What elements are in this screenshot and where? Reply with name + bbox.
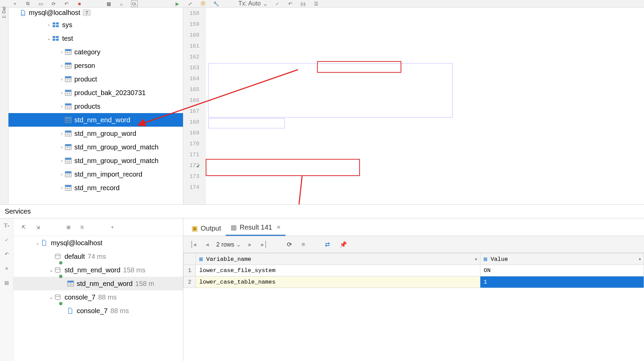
svg-rect-5 [56,36,59,38]
revert-icon[interactable]: ↶ [287,0,294,7]
db-connection-node[interactable]: mysql@localhost 7 [8,7,183,18]
svg-rect-4 [53,36,55,38]
expand-icon-2[interactable]: ⇲ [36,224,40,230]
table-node[interactable]: ›product [8,72,183,86]
annotation-show-stmt [206,159,360,176]
svg-rect-1 [56,22,59,24]
tab-output[interactable]: ▣ Output [187,221,226,236]
editor-gutter: 1581591601611621631641651661671681691701… [183,7,206,204]
svg-point-82 [55,295,60,296]
services-item[interactable]: std_nm_end_word158 m [14,277,183,290]
compare-icon[interactable]: ⇄ [323,239,332,250]
copy-icon[interactable]: ⧉ [24,0,31,7]
svg-rect-55 [65,144,71,146]
refresh-icon[interactable]: ⟳ [50,0,57,7]
column-header[interactable]: ▦ Value◆ [480,253,644,265]
svg-rect-19 [65,63,71,65]
underline-icon[interactable]: ⎁ [118,0,125,7]
svg-rect-7 [56,39,59,41]
result-grid[interactable]: ▦ Variable_name◆▦ Value◆1lower_case_file… [183,253,644,288]
db-connection-label: mysql@localhost [29,9,80,17]
grid3-icon[interactable]: ⊞ [67,224,71,230]
datasource-icon [41,239,48,246]
row-count[interactable]: 2 rows ⌄ [216,241,241,248]
schema-node[interactable]: ⌄test [8,32,183,45]
plus-icon[interactable]: ＋ [12,0,18,7]
run-icon[interactable]: ▶ [174,0,181,7]
services-item[interactable]: ⌄std_nm_end_word158 ms [14,263,183,277]
editor-code[interactable]: -- 结尾词表 create table if not exists STD_N… [206,7,644,204]
rollback-icon[interactable]: ↶ [63,0,70,7]
side-tab-bar[interactable]: 1: Dat [0,7,8,204]
row-number: 2 [184,276,196,288]
cell-variable-name[interactable]: lower_case_table_names [196,276,480,288]
services-connection-node[interactable]: ⌄ mysql@localhost [14,236,183,250]
cell-value[interactable]: 1 [480,276,644,288]
services-tree[interactable]: ⌄ mysql@localhost default74 ms⌄std_nm_en… [14,236,183,361]
table-node[interactable]: ›std_nm_group_word_match [8,140,183,154]
undo-icon[interactable]: ↶ [3,250,11,258]
svg-rect-37 [65,104,71,105]
commit-check-icon[interactable]: ✓ [3,236,11,243]
filter-icon[interactable]: ⎘ [81,224,84,230]
services-panel: Services Tx ✓ ↶ ■ ▤ ⇱ ⇲ ⊞ ⎘ ＋ ⌄ m [0,204,644,361]
stop-square-icon[interactable]: ■ [3,265,11,272]
services-side-toolbar: Tx ✓ ↶ ■ ▤ [0,218,14,361]
cell-variable-name[interactable]: lower_case_file_system [196,265,480,276]
table-node[interactable]: ›person [8,59,183,72]
main-toolbar: ＋ ⧉ ▭ ⟳ ↶ ■ ▦ ⎁ QL ▶ ⤢ ⓟ 🔧 Tx: Auto⌄ ✓ ↶… [0,0,644,7]
svg-point-77 [55,268,60,269]
table-node[interactable]: ›products [8,100,183,113]
svg-point-76 [55,254,60,256]
close-icon[interactable]: ✕ [275,224,281,231]
prev-page-icon[interactable]: ◂ [204,239,211,250]
add-icon[interactable]: ＋ [110,224,115,230]
svg-rect-43 [65,117,71,119]
column-header[interactable]: ▦ Variable_name◆ [196,253,480,265]
svg-rect-0 [53,22,55,24]
datasource-icon [20,10,27,16]
collapse-icon[interactable]: ⇱ [22,224,26,230]
services-title: Services [0,204,644,218]
stop-icon[interactable]: ■ [76,0,83,7]
grid-icon[interactable]: ▦ [105,0,112,7]
database-tree[interactable]: mysql@localhost 7 ›sys⌄test›category›per… [8,7,183,204]
table-node[interactable]: ›std_nm_group_word_match [8,154,183,167]
table-node[interactable]: ›std_nm_import_record [8,167,183,181]
svg-rect-31 [65,90,71,92]
first-page-icon[interactable]: ⎮◂ [188,239,198,250]
plan-icon[interactable]: ⓟ [200,0,206,7]
commit-icon[interactable]: ✓ [274,0,281,7]
tx-mode[interactable]: Tx: Auto⌄ [238,0,268,7]
cancel-icon[interactable]: ■ [299,239,307,250]
svg-rect-61 [65,158,71,160]
table-node[interactable]: ›std_nm_end_word [8,113,183,127]
svg-rect-13 [65,49,71,51]
table-node[interactable]: ›std_nm_group_word [8,127,183,140]
tx-icon[interactable]: Tx [3,222,11,229]
pause-icon[interactable]: ▮▮ [300,0,307,7]
sql-editor[interactable]: 1581591601611621631641651661671681691701… [183,7,644,204]
expand-icon[interactable]: ⤢ [187,0,194,7]
wrench-icon[interactable]: 🔧 [213,0,219,7]
table-node[interactable]: ›product_bak_20230731 [8,86,183,100]
schema-node[interactable]: ›sys [8,18,183,32]
pin-icon[interactable]: 📌 [337,239,349,250]
output-icon: ▣ [191,224,198,232]
cell-value[interactable]: ON [480,265,644,276]
table-node[interactable]: ›std_nm_record [8,181,183,195]
table-node[interactable]: ›category [8,45,183,59]
svg-rect-49 [65,131,71,132]
tree-icon[interactable]: ☰ [313,0,319,7]
layout-icon[interactable]: ▤ [3,279,11,286]
services-item[interactable]: console_788 ms [14,304,183,318]
folder-icon[interactable]: ▭ [37,0,44,7]
services-item[interactable]: default74 ms [14,250,183,263]
ql-icon[interactable]: QL [131,0,138,7]
services-item[interactable]: ⌄console_788 ms [14,290,183,304]
reload-icon[interactable]: ⟳ [285,239,294,250]
last-page-icon[interactable]: ▸⎮ [259,239,269,250]
next-page-icon[interactable]: ▸ [246,239,254,250]
tab-result[interactable]: ▦ Result 141 ✕ [226,220,286,236]
row-number: 1 [184,265,196,276]
